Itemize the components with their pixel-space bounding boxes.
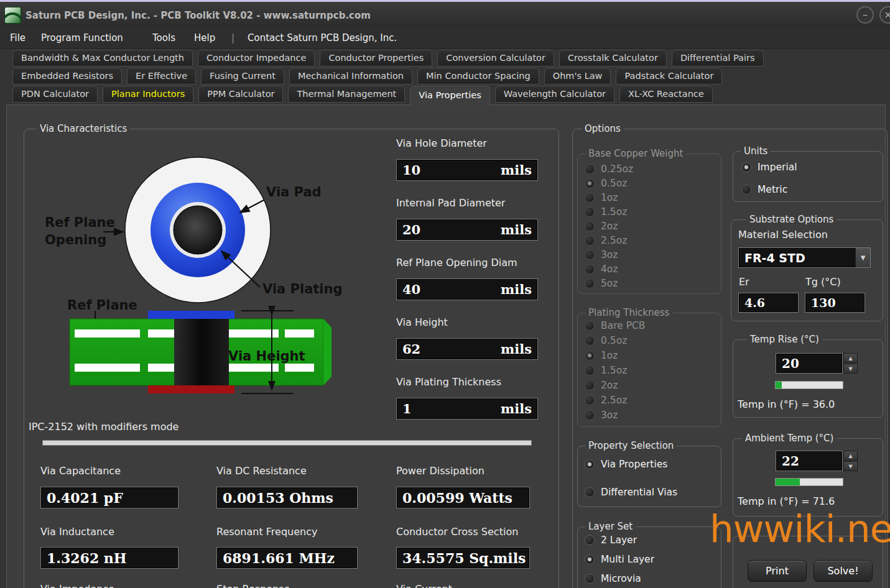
tab-pdn-calculator[interactable]: PDN Calculator (12, 86, 98, 103)
resonant-frequency-value: 6891.661 MHz (216, 547, 358, 569)
radio-circle (585, 236, 595, 246)
power-dissipation-label: Power Dissipation (396, 465, 484, 477)
tab-conductor-impedance[interactable]: Conductor Impedance (198, 50, 315, 67)
tab-planar-inductors[interactable]: Planar Inductors (103, 86, 193, 103)
radio-label: 2oz (601, 221, 618, 232)
radio-metric[interactable]: Metric (741, 184, 787, 195)
tab-wavelength-calculator[interactable]: Wavelength Calculator (495, 86, 614, 103)
app-icon (4, 7, 21, 24)
menu-help[interactable]: Help (194, 32, 215, 44)
minimize-button[interactable]: – (856, 6, 874, 24)
via-diagram: Via Pad Ref Plane Opening Via Plating Re… (25, 124, 392, 435)
tab-thermal-management[interactable]: Thermal Management (288, 86, 405, 103)
units-title: Units (741, 145, 771, 157)
radio-circle[interactable] (741, 185, 751, 195)
tab-via-properties[interactable]: Via Properties (410, 86, 489, 106)
step-response-label: Step Response (216, 583, 290, 588)
via-hole-diameter-input[interactable]: 10 mils (396, 159, 538, 181)
material-selection-dropdown[interactable]: FR-4 STD ▼ (738, 247, 871, 268)
menu-bar: File Program Function Tools Help | Conta… (0, 28, 890, 49)
menu-file[interactable]: File (10, 32, 25, 44)
tab-bandwidth-max-conductor-length[interactable]: Bandwidth & Max Conductor Length (12, 50, 193, 67)
tab-ohms-law[interactable]: Ohm's Law (544, 68, 611, 85)
tab-crosstalk-calculator[interactable]: Crosstalk Calculator (559, 50, 667, 67)
radio-circle[interactable] (585, 459, 595, 469)
radio-microvia[interactable]: Microvia (585, 573, 641, 584)
radio-label: Bare PCB (601, 320, 645, 331)
field-unit: mils (501, 341, 532, 357)
radio-circle[interactable] (585, 487, 595, 497)
spin-up-icon[interactable]: ▲ (843, 451, 858, 461)
spin-down-icon[interactable]: ▼ (843, 364, 858, 374)
resonant-frequency-label: Resonant Frequency (216, 526, 317, 538)
menu-tools[interactable]: Tools (152, 32, 175, 44)
menu-program-function[interactable]: Program Function (41, 32, 123, 44)
radio-circle (585, 351, 595, 361)
radio-2-layer[interactable]: 2 Layer (585, 535, 637, 546)
ambient-temp-input[interactable]: 22 (776, 451, 843, 471)
field-unit: mils (501, 282, 532, 297)
radio-pt-2.5oz: 2.5oz (585, 395, 627, 406)
ipc-mode-slider[interactable] (42, 440, 532, 446)
solve-button[interactable]: Solve! (814, 560, 873, 582)
radio-pt-1oz: 1oz (585, 350, 618, 361)
tg-input[interactable]: 130 (805, 293, 865, 313)
radio-circle[interactable] (741, 162, 751, 172)
via-impedance-label: Via Impedance (40, 583, 114, 588)
ambient-temp-value: 22 (782, 454, 799, 469)
radio-circle (585, 221, 595, 231)
temp-rise-input[interactable]: 20 (776, 353, 843, 374)
tab-min-conductor-spacing[interactable]: Min Conductor Spacing (417, 68, 539, 85)
tab-row-2: Embedded Resistors Er Effective Fusing C… (12, 68, 722, 85)
via-plating-thickness-label: Via Plating Thickness (396, 376, 501, 388)
er-input[interactable]: 4.6 (738, 293, 799, 313)
radio-pt-3oz: 3oz (585, 410, 618, 421)
print-button[interactable]: Print (748, 560, 807, 582)
tab-conductor-properties[interactable]: Conductor Properties (320, 50, 432, 67)
tab-ppm-calculator[interactable]: PPM Calculator (198, 86, 283, 103)
spin-up-icon[interactable]: ▲ (843, 353, 858, 363)
tab-fusing-current[interactable]: Fusing Current (201, 68, 284, 85)
tab-embedded-resistors[interactable]: Embedded Resistors (12, 68, 122, 85)
tab-mechanical-information[interactable]: Mechanical Information (289, 68, 412, 85)
radio-pt-2oz: 2oz (585, 380, 618, 391)
radio-bcw-2.5oz: 2.5oz (585, 235, 627, 246)
result-value: 6891.661 MHz (223, 550, 335, 566)
temp-rise-title: Temp Rise (°C) (747, 334, 822, 345)
tab-differential-pairs[interactable]: Differential Pairs (672, 50, 764, 67)
tab-padstack-calculator[interactable]: Padstack Calculator (616, 68, 722, 85)
internal-pad-diameter-input[interactable]: 20 mils (396, 219, 538, 241)
radio-via-properties[interactable]: Via Properties (585, 459, 667, 470)
radio-circle[interactable] (585, 535, 595, 545)
tab-er-effective[interactable]: Er Effective (127, 68, 196, 85)
radio-label: Multi Layer (601, 554, 654, 565)
radio-multi-layer[interactable]: Multi Layer (585, 554, 654, 565)
chevron-down-icon[interactable]: ▼ (855, 248, 870, 267)
tab-conversion-calculator[interactable]: Conversion Calculator (437, 50, 554, 67)
radio-imperial[interactable]: Imperial (741, 162, 797, 173)
radio-label: Via Properties (601, 459, 667, 470)
radio-circle (585, 365, 595, 375)
radio-differential-vias[interactable]: Differential Vias (585, 487, 677, 498)
via-height-input[interactable]: 62 mils (396, 338, 538, 360)
radio-circle (585, 250, 595, 260)
radio-circle[interactable] (585, 554, 595, 564)
top-pad (148, 311, 234, 319)
radio-bcw-2oz: 2oz (585, 221, 618, 232)
menu-contact[interactable]: Contact Saturn PCB Design, Inc. (248, 32, 397, 44)
spin-down-icon[interactable]: ▼ (843, 461, 858, 471)
ref-plane-opening-diam-input[interactable]: 40 mils (396, 278, 538, 300)
radio-circle (585, 264, 595, 274)
radio-label: Metric (758, 184, 787, 195)
radio-pt-1.5oz: 1.5oz (585, 365, 627, 376)
radio-circle[interactable] (585, 574, 595, 584)
title-bar: Saturn PCB Design, Inc. - PCB Toolkit V8… (0, 0, 890, 30)
ambient-temp-fahrenheit: Temp in (°F) = 71.6 (738, 495, 835, 507)
radio-label: 1.5oz (601, 206, 627, 218)
tab-xl-xc-reactance[interactable]: XL-XC Reactance (619, 86, 713, 103)
close-button[interactable]: × (879, 6, 890, 24)
via-plating-thickness-input[interactable]: 1 mils (396, 398, 538, 420)
radio-circle (585, 278, 595, 288)
radio-label: Differential Vias (601, 487, 677, 498)
watermark: hwwiki.net (710, 510, 890, 548)
